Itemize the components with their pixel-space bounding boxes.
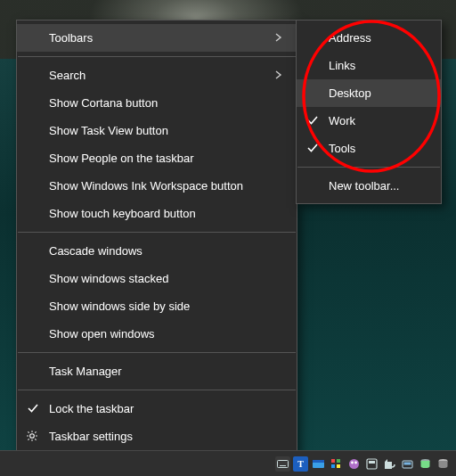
submenu-item-address[interactable]: Address [297, 24, 441, 52]
submenu-item-work[interactable]: Work [297, 107, 441, 135]
taskbar[interactable]: T [0, 450, 456, 476]
menu-label: Toolbars [49, 31, 270, 45]
menu-label: Search [49, 69, 270, 82]
toolbars-submenu: Address Links Desktop Work Tools New too… [296, 20, 442, 204]
menu-separator [18, 232, 296, 233]
menu-separator [18, 390, 296, 390]
menu-label: Show windows stacked [49, 272, 282, 285]
svg-rect-16 [404, 462, 411, 464]
svg-rect-1 [278, 460, 289, 467]
svg-rect-7 [337, 459, 340, 463]
menu-label: Show People on the taskbar [49, 152, 282, 165]
submenu-item-tools[interactable]: Tools [297, 135, 441, 162]
svg-rect-13 [367, 459, 377, 469]
menu-label: Tools [329, 142, 427, 155]
calendar-icon[interactable] [382, 456, 397, 472]
submenu-item-links[interactable]: Links [297, 52, 441, 79]
menu-label: Show touch keyboard button [49, 207, 282, 220]
menu-label: Task Manager [49, 365, 282, 378]
menu-separator [18, 352, 296, 353]
check-icon [306, 142, 319, 154]
palette-icon[interactable] [364, 456, 379, 472]
menu-item-locktb[interactable]: Lock the taskbar [17, 395, 297, 423]
squares-icon[interactable] [346, 456, 362, 472]
system-tray: T [275, 456, 451, 472]
submenu-item-desktop[interactable]: Desktop [297, 79, 441, 107]
menu-label: Taskbar settings [49, 430, 282, 443]
gear-icon [26, 430, 38, 442]
menu-separator [18, 56, 296, 57]
menu-separator [297, 167, 440, 168]
menu-label: Address [329, 31, 427, 45]
menu-item-taskview[interactable]: Show Task View button [17, 117, 297, 144]
menu-label: Cascade windows [49, 244, 282, 258]
menu-item-taskmgr[interactable]: Task Manager [17, 357, 297, 385]
svg-point-11 [351, 461, 354, 464]
svg-rect-14 [369, 461, 375, 464]
svg-point-10 [349, 459, 359, 469]
disk-icon[interactable] [436, 456, 451, 472]
menu-label: Show Cortana button [49, 96, 282, 110]
menu-label: Show windows side by side [49, 300, 282, 313]
menu-item-ink[interactable]: Show Windows Ink Workspace button [17, 172, 297, 200]
menu-item-openwin[interactable]: Show open windows [17, 320, 297, 348]
app-blue-icon[interactable] [329, 456, 344, 472]
menu-item-sidebyside[interactable]: Show windows side by side [17, 292, 297, 320]
chevron-right-icon [270, 33, 282, 44]
speaker-icon[interactable] [400, 456, 415, 472]
menu-item-toolbars[interactable]: Toolbars [17, 24, 297, 52]
keyboard-icon[interactable] [275, 456, 290, 472]
menu-item-people[interactable]: Show People on the taskbar [17, 144, 297, 172]
menu-label: Show Windows Ink Workspace button [49, 179, 282, 193]
svg-rect-2 [280, 465, 286, 466]
menu-label: Show open windows [49, 327, 282, 341]
menu-label: Work [329, 114, 427, 127]
svg-text:T: T [297, 459, 304, 469]
menu-item-search[interactable]: Search [17, 62, 297, 89]
terminal-icon[interactable] [418, 456, 433, 472]
menu-item-cascade[interactable]: Cascade windows [17, 237, 297, 265]
t-app-icon[interactable] [311, 456, 326, 472]
menu-item-stacked[interactable]: Show windows stacked [17, 265, 297, 292]
language-icon[interactable]: T [293, 456, 308, 472]
svg-rect-8 [331, 464, 335, 468]
svg-rect-5 [313, 460, 324, 463]
svg-rect-6 [331, 459, 335, 463]
menu-item-tbsettings[interactable]: Taskbar settings [17, 423, 297, 450]
menu-item-cortana[interactable]: Show Cortana button [17, 89, 297, 117]
svg-rect-9 [337, 464, 340, 468]
svg-point-12 [354, 461, 357, 464]
taskbar-context-menu: Toolbars Search Show Cortana button Show… [16, 20, 297, 455]
menu-label: Desktop [329, 86, 427, 100]
submenu-item-newtoolbar[interactable]: New toolbar... [297, 172, 441, 200]
menu-label: Show Task View button [49, 124, 282, 137]
menu-label: Lock the taskbar [49, 402, 282, 415]
menu-label: Links [329, 59, 427, 72]
check-icon [27, 402, 39, 414]
desktop-background: Toolbars Search Show Cortana button Show… [0, 0, 456, 476]
chevron-right-icon [270, 70, 282, 81]
menu-label: New toolbar... [329, 179, 427, 193]
menu-item-touchkb[interactable]: Show touch keyboard button [17, 200, 297, 227]
check-icon [306, 114, 319, 127]
